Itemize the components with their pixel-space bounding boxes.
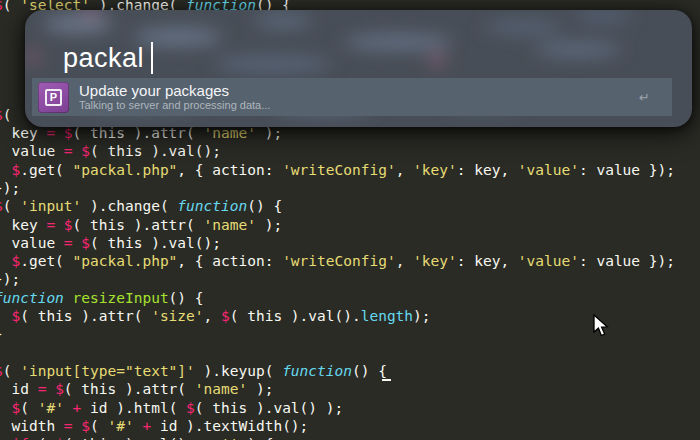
- code-line: value = $( this ).val();: [0, 234, 675, 252]
- code-line: });: [0, 270, 675, 288]
- editor-caret: [382, 379, 391, 381]
- search-query-text: packal: [63, 43, 144, 74]
- search-input[interactable]: packal: [63, 36, 153, 80]
- packal-icon-letter: P: [45, 89, 62, 106]
- mouse-cursor: [593, 314, 610, 342]
- text-caret: [151, 42, 153, 74]
- packal-icon: P: [38, 82, 69, 113]
- result-subtitle: Talking to server and processing data...: [79, 99, 270, 112]
- result-texts: Update your packages Talking to server a…: [79, 82, 270, 112]
- code-line: }: [0, 325, 675, 343]
- code-line: value = $( this ).val();: [0, 142, 675, 160]
- code-line: width = $( '#' + id ).textWidth();: [0, 417, 675, 435]
- launcher-panel: packal P Update your packages Talking to…: [25, 10, 692, 127]
- code-line: $.get( "packal.php", { action: 'writeCon…: [0, 252, 675, 270]
- code-line: $( '#' + id ).html( $( this ).val() );: [0, 399, 675, 417]
- code-line: key = $( this ).attr( 'name' );: [0, 216, 675, 234]
- result-title: Update your packages: [79, 82, 270, 99]
- code-line: $( this ).attr( 'size', $( this ).val().…: [0, 307, 675, 325]
- code-line: [0, 344, 675, 362]
- code-line: });: [0, 179, 675, 197]
- code-line: id = $( this ).attr( 'name' );: [0, 380, 675, 398]
- code-line: $.get( "packal.php", { action: 'writeCon…: [0, 161, 675, 179]
- code-line: $( 'input' ).change( function() {: [0, 197, 675, 215]
- result-row-update-packages[interactable]: P Update your packages Talking to server…: [32, 78, 672, 116]
- code-line: $( 'input[type="text"]' ).keyup( functio…: [0, 362, 675, 380]
- return-key-icon: ↵: [639, 90, 650, 105]
- code-line: function resizeInput() {: [0, 289, 675, 307]
- code-line: if ( $( this ).val() == '' ) {: [0, 435, 675, 440]
